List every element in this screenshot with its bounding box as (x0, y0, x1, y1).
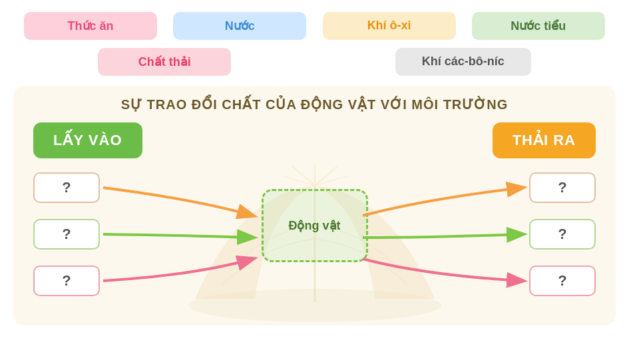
diagram-title: SỰ TRAO ĐỔI CHẤT CỦA ĐỘNG VẬT VỚI MÔI TR… (13, 86, 616, 112)
label-nuoc: Nước (173, 12, 306, 40)
dong-vat-box: Động vật (262, 189, 368, 262)
left-box-mid[interactable]: ? (33, 219, 100, 250)
right-box-top[interactable]: ? (529, 172, 596, 203)
right-question-mid: ? (558, 226, 566, 243)
dong-vat-label: Động vật (289, 218, 341, 233)
label-chat-thai: Chất thải (98, 48, 231, 76)
label-khi-o-xi: Khí ô-xi (323, 12, 456, 40)
right-question-bot: ? (558, 272, 566, 289)
left-box-bot[interactable]: ? (33, 266, 100, 296)
right-question-top: ? (558, 179, 566, 196)
label-khi-cac-bo-nic: Khí các-bô-níc (395, 48, 531, 76)
right-box-mid[interactable]: ? (529, 219, 596, 250)
label-nuoc-tieu: Nước tiểu (472, 12, 605, 40)
right-box-bot[interactable]: ? (529, 266, 596, 296)
left-question-top: ? (62, 179, 71, 196)
diagram-area: SỰ TRAO ĐỔI CHẤT CỦA ĐỘNG VẬT VỚI MÔI TR… (13, 86, 616, 325)
thai-ra-button[interactable]: THẢI RA (493, 122, 596, 158)
left-question-bot: ? (62, 272, 71, 289)
top-labels-section: Thức ăn Nước Khí ô-xi Nước tiểu Chất thả… (0, 0, 629, 83)
left-question-mid: ? (62, 226, 71, 243)
lay-vao-button[interactable]: LẤY VÀO (33, 122, 142, 158)
label-thuc-an: Thức ăn (24, 12, 157, 40)
left-box-top[interactable]: ? (33, 172, 100, 203)
